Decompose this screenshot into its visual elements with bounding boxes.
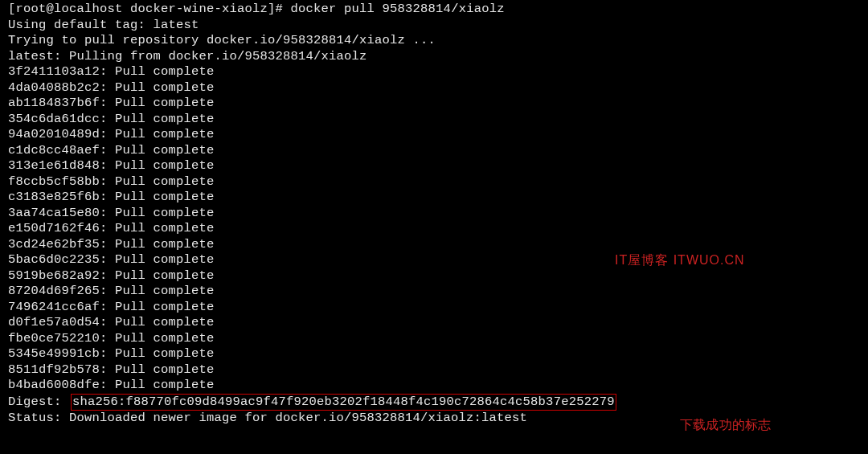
layer-hash: 3aa74ca15e80 [8,206,100,220]
layer-separator: : [100,112,115,126]
layer-hash: 5919be682a92 [8,268,100,283]
layer-separator: : [100,96,115,110]
layer-hash: c3183e825f6b [8,190,100,204]
layer-status: Pull complete [115,268,215,283]
layer-line: ab1184837b6f: Pull complete [8,96,860,112]
layer-line: 313e1e61d848: Pull complete [8,158,860,174]
layer-separator: : [100,331,115,346]
digest-value: sha256:f88770fc09d8499ac9f47f920eb3202f1… [71,394,616,411]
layer-hash: 5345e49991cb [8,346,100,361]
layer-line: 87204d69f265: Pull complete [8,284,860,300]
output-trying: Trying to pull repository docker.io/9583… [8,33,860,49]
layer-line: 5919be682a92: Pull complete [8,268,860,284]
layer-separator: : [100,158,115,173]
digest-label: Digest: [8,395,62,409]
layer-status: Pull complete [115,80,215,95]
layer-status: Pull complete [115,206,215,220]
layer-status: Pull complete [115,331,215,346]
layer-separator: : [100,237,115,252]
prompt-command: docker pull 958328814/xiaolz [291,2,505,16]
layer-status: Pull complete [115,127,215,141]
layer-hash: b4bad6008dfe [8,378,100,392]
layer-line: c3183e825f6b: Pull complete [8,190,860,206]
output-pulling-from: latest: Pulling from docker.io/958328814… [8,49,860,65]
prompt-line: [root@localhost docker-wine-xiaolz]# doc… [8,2,860,18]
layer-status: Pull complete [115,300,215,314]
layer-hash: ab1184837b6f [8,96,100,110]
layer-status: Pull complete [115,315,215,329]
layer-separator: : [100,174,115,189]
layer-hash: 5bac6d0c2235 [8,252,100,267]
layer-hash: c1dc8cc48aef [8,143,100,157]
layer-line: 354c6da61dcc: Pull complete [8,112,860,128]
layer-status: Pull complete [115,143,215,157]
layer-hash: 313e1e61d848 [8,158,100,173]
layer-hash: 354c6da61dcc [8,112,100,126]
layer-hash: 3cd24e62bf35 [8,237,100,252]
digest-line: Digest: sha256:f88770fc09d8499ac9f47f920… [8,394,860,411]
layer-line: f8ccb5cf58bb: Pull complete [8,174,860,190]
layer-line: c1dc8cc48aef: Pull complete [8,143,860,159]
layers-list: 3f2411103a12: Pull complete4da04088b2c2:… [8,64,860,394]
layer-status: Pull complete [115,346,215,361]
layer-hash: e150d7162f46 [8,221,100,235]
layer-hash: 87204d69f265 [8,284,100,298]
layer-status: Pull complete [115,237,215,252]
layer-status: Pull complete [115,252,215,267]
layer-separator: : [100,346,115,361]
layer-line: fbe0ce752210: Pull complete [8,331,860,347]
layer-line: 3aa74ca15e80: Pull complete [8,206,860,222]
layer-separator: : [100,362,115,377]
layer-line: 4da04088b2c2: Pull complete [8,80,860,96]
layer-separator: : [100,190,115,204]
layer-line: e150d7162f46: Pull complete [8,221,860,237]
layer-status: Pull complete [115,96,215,110]
layer-hash: 94a02010489d [8,127,100,141]
layer-hash: 4da04088b2c2 [8,80,100,95]
annotation-text: 下载成功的标志 [680,417,771,433]
layer-hash: 3f2411103a12 [8,64,100,79]
output-default-tag: Using default tag: latest [8,18,860,34]
layer-hash: 8511df92b578 [8,362,100,377]
layer-status: Pull complete [115,221,215,235]
layer-line: 8511df92b578: Pull complete [8,362,860,378]
layer-separator: : [100,268,115,283]
layer-hash: d0f1e57a0d54 [8,315,100,329]
layer-separator: : [100,221,115,235]
layer-status: Pull complete [115,284,215,298]
layer-separator: : [100,252,115,267]
layer-status: Pull complete [115,158,215,173]
layer-hash: 7496241cc6af [8,300,100,314]
layer-hash: f8ccb5cf58bb [8,174,100,189]
layer-status: Pull complete [115,64,215,79]
layer-hash: fbe0ce752210 [8,331,100,346]
layer-line: b4bad6008dfe: Pull complete [8,378,860,394]
layer-line: 7496241cc6af: Pull complete [8,300,860,316]
layer-line: d0f1e57a0d54: Pull complete [8,315,860,331]
layer-status: Pull complete [115,190,215,204]
watermark-text: IT屋博客 ITWUO.CN [615,252,745,268]
layer-line: 5345e49991cb: Pull complete [8,346,860,362]
layer-separator: : [100,80,115,95]
layer-status: Pull complete [115,362,215,377]
layer-separator: : [100,300,115,314]
layer-status: Pull complete [115,378,215,392]
layer-separator: : [100,143,115,157]
layer-separator: : [100,284,115,298]
layer-separator: : [100,315,115,329]
layer-separator: : [100,378,115,392]
prompt-cwd: docker-wine-xiaolz]# [130,2,283,16]
layer-separator: : [100,64,115,79]
layer-separator: : [100,206,115,220]
layer-line: 3f2411103a12: Pull complete [8,64,860,80]
layer-line: 3cd24e62bf35: Pull complete [8,237,860,253]
prompt-user-host: [root@localhost [8,2,123,16]
layer-line: 94a02010489d: Pull complete [8,127,860,143]
layer-status: Pull complete [115,174,215,189]
layer-separator: : [100,127,115,141]
layer-status: Pull complete [115,112,215,126]
